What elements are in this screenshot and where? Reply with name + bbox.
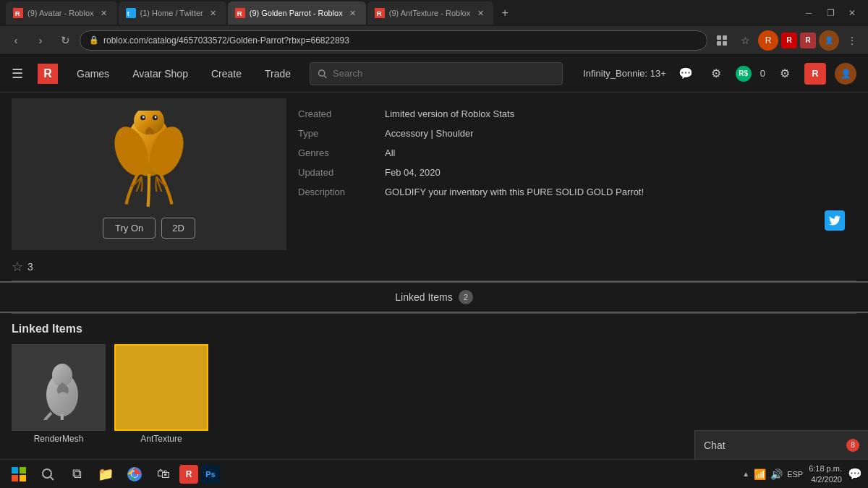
roblox-logo[interactable]: R xyxy=(38,64,58,84)
settings-icon[interactable]: ⚙ xyxy=(705,63,727,85)
product-image-container: Try On 2D xyxy=(12,98,286,250)
extensions-icon[interactable] xyxy=(712,30,732,51)
tab-close-1[interactable]: ✕ xyxy=(98,7,110,19)
user-avatar[interactable]: 👤 xyxy=(835,63,856,85)
description-value: GOLDIFY your inventory with this PURE SO… xyxy=(385,187,845,197)
browser-tab-1[interactable]: R (9) Avatar - Roblox ✕ xyxy=(6,1,117,25)
profile-icon-1[interactable]: R xyxy=(758,30,778,51)
taskbar-search-button[interactable] xyxy=(35,461,61,487)
taskbar-right: ▲ 📶 🔊 ESP 6:18 p.m. 4/2/2020 💬 xyxy=(742,463,862,484)
windows-logo-icon xyxy=(11,466,27,482)
taskbar-clock[interactable]: 6:18 p.m. 4/2/2020 xyxy=(809,463,842,484)
chat-nav-icon[interactable]: 💬 xyxy=(675,63,697,85)
network-icon[interactable]: 📶 xyxy=(754,468,766,480)
url-bar[interactable]: 🔒 roblox.com/catalog/4657033572/Golden-P… xyxy=(80,30,707,51)
linked-items-count-badge: 2 xyxy=(459,290,473,304)
chat-widget[interactable]: Chat 8 xyxy=(694,430,868,459)
nav-trade[interactable]: Trade xyxy=(260,65,295,82)
svg-rect-24 xyxy=(12,467,18,474)
taskbar-store[interactable]: 🛍 xyxy=(150,461,176,487)
back-button[interactable]: ‹ xyxy=(6,30,26,51)
start-button[interactable] xyxy=(6,461,32,487)
created-row: Created Limited version of Roblox Stats xyxy=(298,104,845,124)
chat-label: Chat xyxy=(704,440,726,451)
nav-avatar-shop[interactable]: Avatar Shop xyxy=(128,65,192,82)
taskbar-task-view[interactable]: ⧉ xyxy=(64,461,90,487)
tab-close-2[interactable]: ✕ xyxy=(208,7,219,19)
anttexture-thumbnail[interactable] xyxy=(114,344,208,431)
rating-area: ☆ 3 xyxy=(0,256,868,281)
hamburger-menu[interactable]: ☰ xyxy=(12,66,23,82)
nav-games[interactable]: Games xyxy=(72,65,114,82)
notification-button[interactable]: 💬 xyxy=(848,467,862,481)
reload-button[interactable]: ↻ xyxy=(55,30,75,51)
svg-point-28 xyxy=(43,469,51,478)
extension-icon-1[interactable]: R xyxy=(781,33,797,48)
svg-text:R: R xyxy=(376,9,381,17)
forward-button[interactable]: › xyxy=(30,30,51,51)
close-button[interactable]: ✕ xyxy=(842,3,862,23)
taskbar-time-text: 6:18 p.m. xyxy=(809,463,842,474)
window-controls: ─ ❐ ✕ xyxy=(799,3,862,23)
svg-point-21 xyxy=(155,116,157,119)
bookmark-icon[interactable]: ☆ xyxy=(735,30,755,51)
search-bar[interactable] xyxy=(310,62,563,85)
menu-icon[interactable]: ⋮ xyxy=(842,30,862,51)
browser-tab-3[interactable]: R (9) Golden Parrot - Roblox ✕ xyxy=(228,1,366,25)
rendermesh-thumbnail[interactable] xyxy=(12,344,106,431)
svg-rect-11 xyxy=(723,41,727,46)
taskbar-roblox[interactable]: R xyxy=(179,465,198,484)
volume-icon[interactable]: 🔊 xyxy=(770,468,783,480)
created-value: Limited version of Roblox Stats xyxy=(385,108,845,119)
search-input[interactable] xyxy=(333,68,555,79)
svg-line-29 xyxy=(51,477,54,480)
roblox-favicon-3: R xyxy=(235,8,245,18)
address-bar: ‹ › ↻ 🔒 roblox.com/catalog/4657033572/Go… xyxy=(0,26,868,55)
anttexture-label: AntTexture xyxy=(140,434,182,444)
maximize-button[interactable]: ❐ xyxy=(820,3,841,23)
extension-icon-2[interactable]: R xyxy=(800,33,816,48)
list-item-anttexture[interactable]: AntTexture xyxy=(114,344,208,444)
taskbar-photoshop[interactable]: Ps xyxy=(201,465,220,484)
svg-point-20 xyxy=(142,116,145,119)
locale-label: ESP xyxy=(787,470,803,479)
twitter-icon xyxy=(829,215,841,226)
new-tab-button[interactable]: + xyxy=(495,3,515,23)
tray-expand[interactable]: ▲ xyxy=(742,470,749,478)
2d-button[interactable]: 2D xyxy=(161,218,195,239)
linked-section-title: Linked Items xyxy=(12,322,856,335)
nav-create[interactable]: Create xyxy=(207,65,246,82)
linked-items-tab-label: Linked Items xyxy=(395,291,452,303)
genres-row: Genres All xyxy=(298,143,845,163)
try-on-button[interactable]: Try On xyxy=(103,218,156,239)
twitter-share-button[interactable] xyxy=(825,210,845,231)
minimize-button[interactable]: ─ xyxy=(799,3,819,23)
svg-line-13 xyxy=(324,75,326,77)
linked-items-tab[interactable]: Linked Items 2 xyxy=(0,281,868,313)
chrome-icon xyxy=(127,466,142,482)
browser-tab-4[interactable]: R (9) AntTexture - Roblox ✕ xyxy=(367,1,494,25)
search-icon xyxy=(318,69,327,79)
gear-icon[interactable]: ⚙ xyxy=(774,63,796,85)
star-icon[interactable]: ☆ xyxy=(12,259,23,275)
robux-icon[interactable]: R$ xyxy=(736,66,752,82)
svg-rect-9 xyxy=(723,35,727,40)
taskbar-chrome[interactable] xyxy=(122,461,148,487)
browser-tab-2[interactable]: t (1) Home / Twitter ✕ xyxy=(119,1,226,25)
tab-title-4: (9) AntTexture - Roblox xyxy=(389,9,471,17)
list-item-rendermesh[interactable]: RenderMesh xyxy=(12,344,106,444)
system-tray: ▲ 📶 🔊 ESP xyxy=(742,468,803,480)
roblox-r-icon[interactable]: R xyxy=(804,63,826,85)
updated-value: Feb 04, 2020 xyxy=(385,167,845,178)
roblox-favicon-4: R xyxy=(375,8,385,18)
description-label: Description xyxy=(298,187,370,197)
tab-title-1: (9) Avatar - Roblox xyxy=(27,9,94,17)
tab-close-3[interactable]: ✕ xyxy=(347,7,359,19)
svg-point-12 xyxy=(319,70,325,76)
secure-icon: 🔒 xyxy=(89,35,99,45)
avatar-icon[interactable]: 👤 xyxy=(819,30,839,51)
tab-close-4[interactable]: ✕ xyxy=(475,7,486,19)
taskbar-date-text: 4/2/2020 xyxy=(809,474,842,484)
taskbar-file-explorer[interactable]: 📁 xyxy=(93,461,119,487)
svg-rect-8 xyxy=(717,35,721,40)
